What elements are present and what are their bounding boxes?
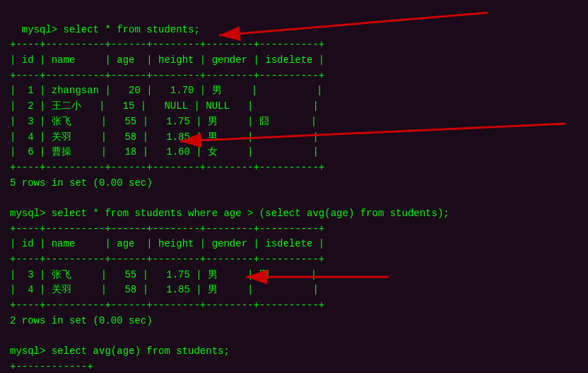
line-6: | 2 | 王二小 | 15 | NULL | NULL | | xyxy=(10,100,319,112)
line-18: +----+----------+------+--------+-------… xyxy=(10,300,324,311)
line-19: 2 rows in set (0.00 sec) xyxy=(10,315,153,326)
line-14: | id | name | age | height | gender | is… xyxy=(10,238,324,249)
line-10: +----+----------+------+--------+-------… xyxy=(10,162,324,173)
line-9: | 6 | 曹操 | 18 | 1.60 | 女 | | xyxy=(10,146,319,158)
line-4: +----+----------+------+--------+-------… xyxy=(10,70,324,81)
line-16: | 3 | 张飞 | 55 | 1.75 | 男 | 囧 | xyxy=(10,269,317,280)
line-15: +----+----------+------+--------+-------… xyxy=(10,254,324,265)
line-17: | 4 | 关羽 | 58 | 1.85 | 男 | | xyxy=(10,284,319,295)
line-21: +------------+ xyxy=(10,361,93,372)
line-20: mysql> select avg(age) from students; xyxy=(10,345,230,357)
line-12: mysql> select * from students where age … xyxy=(10,208,449,219)
line-5: | 1 | zhangsan | 20 | 1.70 | 男 | | xyxy=(10,85,322,96)
line-2: +----+----------+------+--------+-------… xyxy=(10,39,324,50)
line-1: mysql> select * from students; xyxy=(22,24,200,35)
line-11: 5 rows in set (0.00 sec) xyxy=(10,177,153,189)
line-13: +----+----------+------+--------+-------… xyxy=(10,223,324,235)
line-7: | 3 | 张飞 | 55 | 1.75 | 男 | 囧 | xyxy=(10,116,317,127)
terminal: mysql> select * from students; +----+---… xyxy=(0,0,588,373)
line-3: | id | name | age | height | gender | is… xyxy=(10,54,324,66)
line-8: | 4 | 关羽 | 58 | 1.85 | 男 | | xyxy=(10,131,319,143)
